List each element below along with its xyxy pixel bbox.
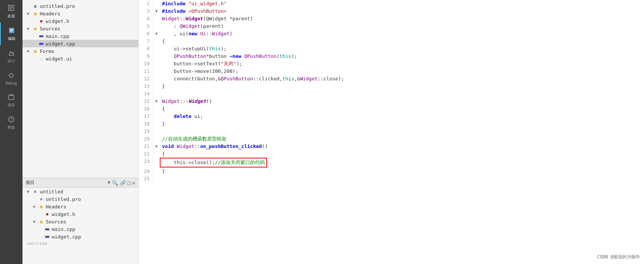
bottom-panel-header: 项目 ▼ 🔍 🔗 □ ✕ (23, 178, 138, 188)
line-content-13: } (160, 83, 165, 90)
line-arrow-6: ▼ (153, 30, 160, 38)
tree-item-forms[interactable]: ▼ ▦ Forms (23, 47, 138, 55)
line-content-15: Widget::~Widget() (160, 98, 212, 105)
code-line-2: 2 #include "ui_widget.h" (139, 0, 644, 8)
line-content-12: connect(button,&QPushButton::clicked,thi… (160, 75, 344, 83)
tree-item-headers[interactable]: ▼ ▦ Headers (23, 10, 138, 17)
line-num-17: 17 (139, 113, 153, 120)
tree-item-widget-cpp[interactable]: ■■ widget.cpp (23, 40, 138, 47)
search-icon[interactable]: 🔍 (112, 180, 118, 186)
code-editor[interactable]: 2 #include "ui_widget.h" 3 ▼ #include <Q… (139, 0, 644, 264)
h-file-icon-b: ■ (44, 211, 50, 217)
sidebar-item-welcome[interactable]: 欢迎 (0, 0, 23, 23)
tree-item-widget-h[interactable]: ■ widget.h (23, 17, 138, 25)
tree-label-widget-h: widget.h (46, 18, 69, 24)
line-content-3: #include <QPushButton> (160, 8, 227, 15)
bottom-tree-item-headers[interactable]: ▼ ▦ Headers (23, 203, 138, 210)
pro-file-icon: ■ (32, 3, 38, 9)
untitled-project-icon: ■ (32, 189, 38, 195)
line-content-18: } (160, 120, 165, 128)
line-content-6: , ui(new Ui::Widget) (160, 30, 233, 38)
tree-label-headers: Headers (40, 11, 60, 17)
close-icon[interactable]: ✕ (132, 180, 135, 186)
bottom-tree-item-main-cpp[interactable]: ■■ main.cpp (23, 225, 138, 233)
cpp-file-icon-b: ■■ (44, 226, 50, 232)
edit-icon (8, 26, 16, 35)
code-line-21: 21 ▼ void Widget::on_pushButton_clicked(… (139, 143, 644, 150)
sidebar-item-project[interactable]: 项目 (0, 89, 23, 112)
code-line-24: 24 } (139, 167, 644, 175)
sidebar: 欢迎 编辑 设计 Debug 项目 ? 帮助 (0, 0, 23, 264)
tree-item-widget-ui[interactable]: ⬚ widget.ui (23, 55, 138, 62)
bottom-tree-item-truncated: untitled (23, 240, 138, 247)
h-file-icon: ■ (38, 18, 44, 24)
tree-arrow-sources: ▼ (27, 27, 32, 31)
line-num-5: 5 (139, 23, 153, 30)
tree-arrow-headers-b: ▼ (33, 205, 38, 209)
sidebar-item-design[interactable]: 设计 (0, 45, 23, 68)
sources-folder-icon: ▦ (32, 26, 38, 32)
line-num-22: 22 (139, 150, 153, 158)
sidebar-item-help[interactable]: ? 帮助 (0, 112, 23, 134)
code-line-13: 13 } (139, 83, 644, 90)
bottom-tree-item-sources[interactable]: ▼ ▦ Sources (23, 218, 138, 225)
headers-folder-icon: ▦ (32, 11, 38, 17)
bottom-panel-icons: ▼ 🔍 🔗 □ ✕ (108, 180, 135, 186)
sidebar-label-welcome: 欢迎 (8, 14, 15, 19)
debug-icon (7, 71, 15, 80)
bottom-tree-item-untitled[interactable]: ▼ ■ untitled (23, 188, 138, 195)
filter-icon[interactable]: ▼ (108, 180, 110, 186)
code-line-23: 23 this->close();//添加关闭窗口的代码 (139, 158, 644, 167)
line-num-6: 6 (139, 30, 153, 38)
code-line-25: 25 (139, 175, 644, 183)
tree-item-sources[interactable]: ▼ ▦ Sources (23, 25, 138, 32)
line-num-9: 9 (139, 53, 153, 60)
tree-label-widget-cpp: widget.cpp (46, 41, 75, 47)
bottom-tree-item-untitled-pro[interactable]: ■ untitled.pro (23, 195, 138, 203)
line-num-16: 16 (139, 105, 153, 113)
tree-label-sources: Sources (40, 26, 60, 32)
sidebar-label-debug: Debug (6, 81, 17, 85)
line-content-7: { (160, 38, 165, 45)
line-content-5: : QWidget(parent) (160, 23, 224, 30)
line-num-19: 19 (139, 128, 153, 135)
code-lines: 2 #include "ui_widget.h" 3 ▼ #include <Q… (139, 0, 644, 183)
sidebar-item-debug[interactable]: Debug (0, 68, 23, 89)
svg-rect-13 (9, 95, 14, 100)
file-tree-top: ■ untitled.pro ▼ ▦ Headers ■ widget.h ▼ … (23, 0, 138, 178)
line-arrow-15: ▼ (153, 98, 160, 105)
welcome-icon (7, 4, 15, 12)
bottom-tree-item-widget-h[interactable]: ■ widget.h (23, 210, 138, 218)
line-num-3: 3 (139, 8, 153, 15)
tree-item-main-cpp[interactable]: ■■ main.cpp (23, 32, 138, 40)
cpp-file-icon: ■■ (38, 33, 44, 39)
file-tree-panel: ■ untitled.pro ▼ ▦ Headers ■ widget.h ▼ … (23, 0, 139, 264)
line-num-2: 2 (139, 0, 153, 8)
line-num-25: 25 (139, 175, 153, 183)
bottom-label-untitled: untitled (40, 189, 63, 195)
tree-item-untitled-pro[interactable]: ■ untitled.pro (23, 2, 138, 10)
line-num-13: 13 (139, 83, 153, 90)
code-line-16: 16 { (139, 105, 644, 113)
code-line-8: 8 ui->setupUi(this); (139, 45, 644, 53)
bottom-tree-item-widget-cpp[interactable]: ■■ widget.cpp (23, 233, 138, 240)
tree-arrow-forms: ▼ (27, 49, 32, 53)
code-line-7: 7 { (139, 38, 644, 45)
line-num-12: 12 (139, 75, 153, 83)
line-content-9: QPushButton*button =new QPushButton(this… (160, 53, 297, 60)
line-content-21: void Widget::on_pushButton_clicked() (160, 143, 268, 150)
link-icon[interactable]: 🔗 (120, 180, 126, 186)
line-num-10: 10 (139, 60, 153, 68)
expand-icon[interactable]: □ (128, 180, 131, 186)
line-num-11: 11 (139, 68, 153, 75)
bottom-truncated-label: untitled (27, 241, 47, 246)
line-content-8: ui->setupUi(this); (160, 45, 227, 53)
line-num-4: 4 (139, 15, 153, 23)
line-num-14: 14 (139, 90, 153, 98)
project-icon (7, 93, 15, 101)
pro-file-icon-b: ■ (38, 196, 44, 202)
bottom-label-headers: Headers (46, 204, 66, 210)
sidebar-item-edit[interactable]: 编辑 (0, 23, 23, 45)
code-line-5: 5 : QWidget(parent) (139, 23, 644, 30)
line-arrow-3: ▼ (153, 8, 160, 15)
